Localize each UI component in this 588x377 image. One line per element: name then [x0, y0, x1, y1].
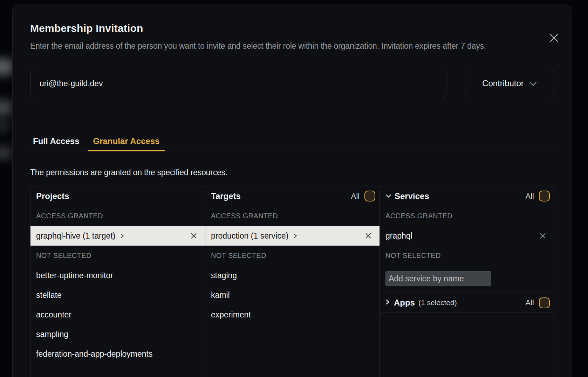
selected-project-row[interactable]: graphql-hive (1 target)	[30, 226, 205, 246]
tab-full-access[interactable]: Full Access	[30, 133, 82, 146]
services-header[interactable]: Services All	[380, 186, 554, 206]
selected-service-row[interactable]: graphql	[380, 226, 554, 246]
projects-title: Projects	[36, 191, 69, 201]
selected-target-label: production (1 service)	[211, 231, 288, 241]
selected-service-label: graphql	[385, 231, 412, 241]
project-item[interactable]: stellate	[30, 285, 205, 305]
not-selected-label: NOT SELECTED	[30, 246, 205, 266]
selected-project-label: graphql-hive (1 target)	[36, 231, 115, 241]
close-icon	[549, 33, 559, 44]
targets-all-group: All	[351, 191, 375, 201]
chevron-down-icon	[529, 78, 537, 88]
email-input[interactable]	[30, 70, 446, 97]
services-all-group: All	[526, 191, 550, 201]
project-item[interactable]: better-uptime-monitor	[30, 266, 205, 285]
selected-target-row[interactable]: production (1 service)	[205, 226, 380, 246]
projects-header: Projects	[30, 186, 205, 206]
remove-project-icon[interactable]	[190, 232, 197, 239]
apps-row[interactable]: Apps (1 selected) All	[380, 293, 554, 313]
services-title: Services	[395, 191, 429, 201]
targets-all-checkbox[interactable]	[364, 191, 375, 201]
apps-title: Apps	[394, 298, 415, 308]
role-select-value: Contributor	[482, 78, 524, 88]
dialog-content: Membership Invitation Enter the email ad…	[13, 21, 572, 377]
permissions-note: The permissions are granted on the speci…	[30, 168, 554, 177]
target-item[interactable]: experiment	[205, 305, 380, 324]
remove-target-icon[interactable]	[365, 232, 372, 239]
role-select[interactable]: Contributor	[465, 70, 554, 97]
access-granted-label: ACCESS GRANTED	[205, 206, 380, 226]
projects-column: Projects ACCESS GRANTED graphql-hive (1 …	[30, 186, 205, 377]
chevron-right-icon	[120, 233, 124, 239]
remove-service-icon[interactable]	[539, 232, 546, 239]
apps-all-group: All	[526, 297, 550, 308]
dialog-description: Enter the email address of the person yo…	[30, 40, 554, 52]
not-selected-label: NOT SELECTED	[205, 246, 380, 266]
tab-granular-access[interactable]: Granular Access	[88, 133, 165, 151]
chevron-right-icon[interactable]	[385, 299, 390, 307]
access-granted-label: ACCESS GRANTED	[380, 206, 554, 226]
access-tabs: Full Access Granular Access	[30, 133, 554, 151]
targets-header: Targets All	[205, 186, 380, 206]
membership-invitation-dialog: Membership Invitation Enter the email ad…	[12, 5, 572, 377]
chevron-down-icon[interactable]	[385, 194, 391, 198]
access-granted-label: ACCESS GRANTED	[30, 206, 205, 226]
background-blur-artifact	[0, 122, 11, 131]
targets-all-label: All	[351, 192, 360, 201]
project-item[interactable]: sampling	[30, 324, 205, 344]
background-blur-artifact	[0, 146, 14, 159]
target-item[interactable]: kamil	[205, 285, 380, 305]
services-all-checkbox[interactable]	[539, 191, 550, 201]
apps-all-label: All	[526, 298, 534, 307]
resource-picker: Projects ACCESS GRANTED graphql-hive (1 …	[30, 186, 554, 377]
apps-all-checkbox[interactable]	[539, 297, 550, 308]
add-service-input[interactable]	[385, 271, 491, 286]
project-item[interactable]: federation-and-app-deployments	[30, 344, 205, 364]
targets-column: Targets All ACCESS GRANTED production (1…	[205, 186, 380, 377]
targets-title: Targets	[211, 191, 241, 201]
close-button[interactable]	[549, 33, 559, 44]
services-all-label: All	[526, 192, 534, 201]
not-selected-label: NOT SELECTED	[380, 246, 554, 266]
dialog-title: Membership Invitation	[30, 21, 554, 35]
apps-count: (1 selected)	[418, 299, 457, 307]
services-column: Services All ACCESS GRANTED graphql NOT …	[380, 186, 554, 377]
chevron-right-icon	[293, 233, 298, 239]
project-item[interactable]: accounter	[30, 305, 205, 324]
invite-row: Contributor	[30, 70, 554, 97]
target-item[interactable]: staging	[205, 266, 380, 285]
